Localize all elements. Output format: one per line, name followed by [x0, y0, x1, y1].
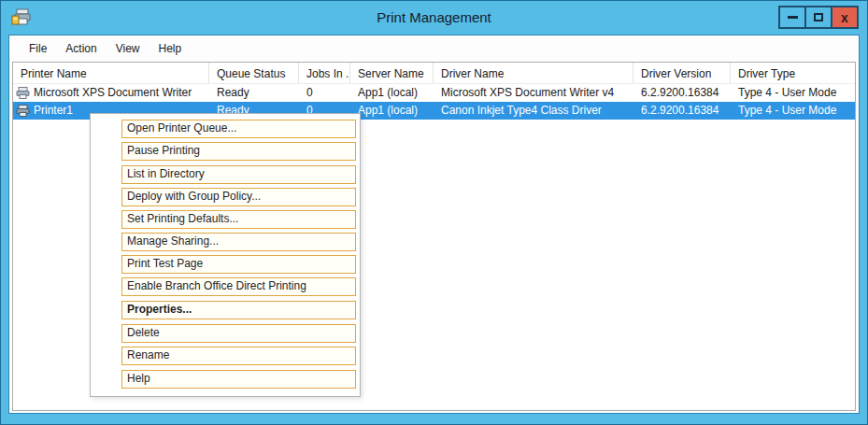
column-header-jobs-in-queue[interactable]: Jobs In ... [299, 63, 350, 83]
column-header-driver-type[interactable]: Driver Type [731, 63, 855, 83]
window-title: Print Management [1, 9, 867, 25]
context-menu-item-manage-sharing[interactable]: Manage Sharing... [121, 233, 356, 251]
cell-server-name: App1 (local) [350, 102, 434, 120]
cell-queue-status: Ready [209, 84, 299, 102]
menu-help[interactable]: Help [149, 37, 192, 60]
printer-context-menu: Open Printer Queue... Pause Printing Lis… [90, 113, 361, 397]
minimize-button[interactable] [778, 6, 806, 29]
context-menu-item-open-printer-queue[interactable]: Open Printer Queue... [121, 120, 356, 138]
context-menu-item-help[interactable]: Help [121, 370, 356, 389]
context-menu-item-pause-printing[interactable]: Pause Printing [121, 142, 356, 161]
context-menu-item-enable-branch-office-direct-printing[interactable]: Enable Branch Office Direct Printing [121, 277, 356, 296]
minimize-icon [788, 16, 798, 19]
context-menu-item-set-printing-defaults[interactable]: Set Printing Defaults... [121, 210, 356, 229]
cell-printer-name: Microsoft XPS Document Writer [13, 84, 209, 102]
cell-driver-name: Canon Inkjet Type4 Class Driver [434, 102, 633, 120]
cell-driver-type: Type 4 - User Mode [731, 102, 855, 120]
cell-driver-version: 6.2.9200.16384 [633, 102, 731, 120]
column-header-server-name[interactable]: Server Name [350, 63, 434, 83]
printer-name-text: Printer1 [34, 102, 73, 120]
column-header-driver-version[interactable]: Driver Version [633, 63, 731, 83]
menu-view[interactable]: View [107, 37, 149, 60]
titlebar: Print Management x [1, 1, 867, 35]
context-menu-item-properties[interactable]: Properties... [121, 301, 356, 319]
maximize-icon [814, 13, 823, 21]
print-management-window: Print Management x File Action View Help… [0, 0, 868, 425]
context-menu-item-list-in-directory[interactable]: List in Directory [121, 165, 356, 184]
printer-icon [16, 87, 30, 99]
context-menu-item-deploy-with-group-policy[interactable]: Deploy with Group Policy... [121, 188, 356, 206]
menubar: File Action View Help [9, 35, 859, 61]
list-header: Printer Name Queue Status Jobs In ... Se… [13, 63, 855, 84]
printer-icon [16, 105, 30, 117]
window-controls: x [780, 6, 859, 29]
context-menu-item-print-test-page[interactable]: Print Test Page [121, 255, 356, 274]
column-header-printer-name[interactable]: Printer Name [13, 63, 209, 83]
cell-driver-version: 6.2.9200.16384 [633, 84, 731, 102]
menu-action[interactable]: Action [56, 37, 106, 60]
close-icon: x [841, 11, 848, 24]
maximize-button[interactable] [804, 6, 832, 29]
cell-server-name: App1 (local) [350, 84, 434, 102]
cell-driver-type: Type 4 - User Mode [731, 84, 855, 102]
context-menu-item-rename[interactable]: Rename [121, 347, 356, 365]
close-button[interactable]: x [831, 6, 859, 29]
cell-driver-name: Microsoft XPS Document Writer v4 [434, 84, 633, 102]
column-header-driver-name[interactable]: Driver Name [434, 63, 633, 83]
menu-file[interactable]: File [20, 37, 56, 60]
cell-jobs-in-queue: 0 [299, 84, 350, 102]
column-header-queue-status[interactable]: Queue Status [209, 63, 299, 83]
printer-row-xps[interactable]: Microsoft XPS Document Writer Ready 0 Ap… [13, 84, 855, 102]
context-menu-item-delete[interactable]: Delete [121, 324, 356, 343]
printer-name-text: Microsoft XPS Document Writer [34, 84, 192, 102]
